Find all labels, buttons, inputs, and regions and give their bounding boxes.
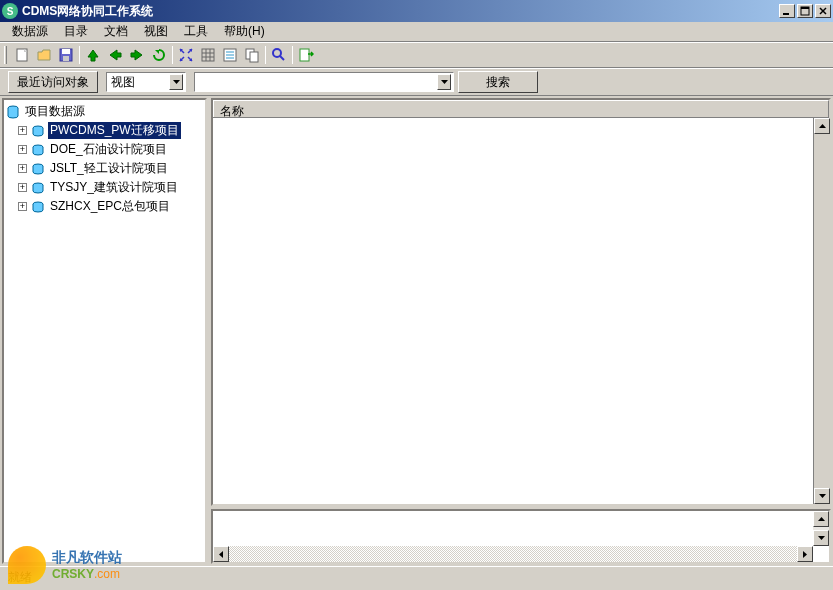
project-icon xyxy=(31,143,45,157)
menu-document[interactable]: 文档 xyxy=(96,21,136,42)
project-icon xyxy=(31,124,45,138)
tree-root-label: 项目数据源 xyxy=(23,103,87,120)
svg-line-21 xyxy=(280,56,284,60)
search-button[interactable]: 搜索 xyxy=(458,71,538,93)
detail-panel[interactable] xyxy=(211,509,831,564)
export-icon[interactable] xyxy=(295,44,317,66)
window-title: CDMS网络协同工作系统 xyxy=(22,3,779,20)
tree-item[interactable]: + DOE_石油设计院项目 xyxy=(6,140,203,159)
window-buttons xyxy=(779,4,831,18)
svg-rect-9 xyxy=(202,49,214,61)
menu-directory[interactable]: 目录 xyxy=(56,21,96,42)
titlebar: CDMS网络协同工作系统 xyxy=(0,0,833,22)
status-text: 就绪 xyxy=(4,569,36,586)
scroll-down-icon[interactable] xyxy=(814,488,830,504)
tree-item-label: JSLT_轻工设计院项目 xyxy=(48,160,170,177)
tree-item[interactable]: + SZHCX_EPC总包项目 xyxy=(6,197,203,216)
scroll-down-icon[interactable] xyxy=(813,530,829,546)
scroll-left-icon[interactable] xyxy=(213,546,229,562)
expand-icon[interactable]: + xyxy=(18,183,27,192)
svg-rect-22 xyxy=(300,49,309,61)
expand-icon[interactable]: + xyxy=(18,164,27,173)
tree-item[interactable]: + TYSJY_建筑设计院项目 xyxy=(6,178,203,197)
project-icon xyxy=(31,162,45,176)
main-area: 项目数据源 + PWCDMS_PW迁移项目 + DOE_石油设计院项目 + JS… xyxy=(0,96,833,566)
column-header-name[interactable]: 名称 xyxy=(213,100,829,117)
toolbar-separator xyxy=(172,46,173,64)
toolbar-separator xyxy=(292,46,293,64)
project-icon xyxy=(31,181,45,195)
minimize-button[interactable] xyxy=(779,4,795,18)
database-icon xyxy=(6,105,20,119)
project-tree: 项目数据源 + PWCDMS_PW迁移项目 + DOE_石油设计院项目 + JS… xyxy=(4,100,205,218)
project-icon xyxy=(31,200,45,214)
svg-rect-19 xyxy=(250,52,258,62)
forward-icon[interactable] xyxy=(126,44,148,66)
expand-icon[interactable]: + xyxy=(18,202,27,211)
statusbar: 就绪 xyxy=(0,566,833,588)
toolbar-main xyxy=(0,42,833,68)
recent-objects-label: 最近访问对象 xyxy=(17,74,89,91)
app-icon xyxy=(2,3,18,19)
open-icon[interactable] xyxy=(33,44,55,66)
copy-icon[interactable] xyxy=(241,44,263,66)
list-panel[interactable]: 名称 xyxy=(211,98,831,506)
scroll-right-icon[interactable] xyxy=(797,546,813,562)
properties-icon[interactable] xyxy=(219,44,241,66)
tree-item-label: DOE_石油设计院项目 xyxy=(48,141,169,158)
tree-panel[interactable]: 项目数据源 + PWCDMS_PW迁移项目 + DOE_石油设计院项目 + JS… xyxy=(2,98,207,564)
new-icon[interactable] xyxy=(11,44,33,66)
back-icon[interactable] xyxy=(104,44,126,66)
menu-data-source[interactable]: 数据源 xyxy=(4,21,56,42)
svg-point-20 xyxy=(273,49,281,57)
menubar: 数据源 目录 文档 视图 工具 帮助(H) xyxy=(0,22,833,42)
toolbar-search: 最近访问对象 视图 搜索 xyxy=(0,68,833,96)
expand-icon[interactable]: + xyxy=(18,126,27,135)
menu-tools[interactable]: 工具 xyxy=(176,21,216,42)
vertical-scrollbar[interactable] xyxy=(813,511,829,546)
tree-item[interactable]: + PWCDMS_PW迁移项目 xyxy=(6,121,203,140)
maximize-button[interactable] xyxy=(797,4,813,18)
recent-objects-button[interactable]: 最近访问对象 xyxy=(8,71,98,93)
search-icon[interactable] xyxy=(268,44,290,66)
tree-item-label: SZHCX_EPC总包项目 xyxy=(48,198,172,215)
expand-icon[interactable]: + xyxy=(18,145,27,154)
view-combo-label: 视图 xyxy=(111,74,169,91)
chevron-down-icon xyxy=(437,74,451,90)
up-icon[interactable] xyxy=(82,44,104,66)
grid-icon[interactable] xyxy=(197,44,219,66)
chevron-down-icon xyxy=(169,74,183,90)
tree-root[interactable]: 项目数据源 xyxy=(6,102,203,121)
toolbar-grip xyxy=(4,46,7,64)
svg-rect-7 xyxy=(62,49,70,54)
tree-item[interactable]: + JSLT_轻工设计院项目 xyxy=(6,159,203,178)
save-icon[interactable] xyxy=(55,44,77,66)
tree-item-label: TYSJY_建筑设计院项目 xyxy=(48,179,180,196)
svg-rect-8 xyxy=(63,56,69,61)
scroll-up-icon[interactable] xyxy=(813,511,829,527)
scroll-track[interactable] xyxy=(229,546,797,562)
horizontal-scrollbar[interactable] xyxy=(213,546,813,562)
expand-icon[interactable] xyxy=(175,44,197,66)
scroll-up-icon[interactable] xyxy=(814,118,830,134)
toolbar-separator xyxy=(79,46,80,64)
vertical-scrollbar[interactable] xyxy=(813,118,829,504)
menu-help[interactable]: 帮助(H) xyxy=(216,21,273,42)
menu-view[interactable]: 视图 xyxy=(136,21,176,42)
toolbar-separator xyxy=(265,46,266,64)
list-header: 名称 xyxy=(213,100,829,118)
refresh-icon[interactable] xyxy=(148,44,170,66)
view-combo[interactable]: 视图 xyxy=(106,72,186,92)
content-area: 名称 xyxy=(211,98,831,564)
tree-item-label: PWCDMS_PW迁移项目 xyxy=(48,122,181,139)
search-combo[interactable] xyxy=(194,72,454,92)
close-button[interactable] xyxy=(815,4,831,18)
